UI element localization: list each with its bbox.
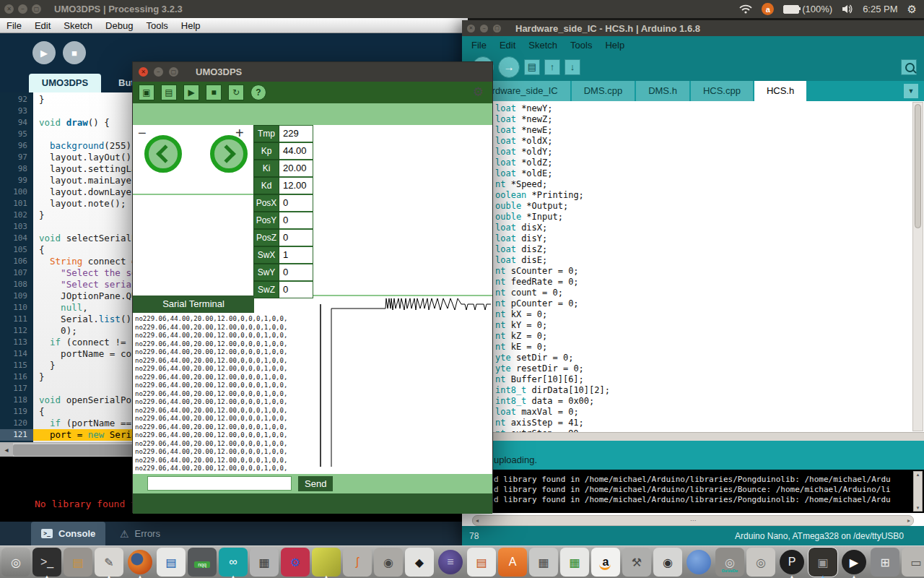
session-gear-icon[interactable]: ⚙	[907, 3, 917, 16]
scroll-thumb[interactable]	[915, 104, 921, 228]
libreoffice-calc-icon[interactable]: ▦	[560, 548, 589, 577]
scroll-grip[interactable]: ⋯	[690, 517, 696, 524]
serial-terminal-log[interactable]: no229.06,44.00,20.00,12.00,0,0,0,1,0,0,n…	[135, 315, 314, 473]
help-icon[interactable]: ?	[250, 85, 266, 100]
software-center-icon[interactable]: A	[498, 548, 527, 577]
audio-player-icon[interactable]: ◉	[653, 548, 682, 577]
tab-hcs.h[interactable]: HCS.h	[754, 81, 806, 101]
chip-ide-icon[interactable]: ▦	[250, 548, 279, 577]
line-number: 108	[0, 279, 33, 290]
eclipse-icon[interactable]: ≡	[436, 548, 465, 577]
workspace-switcher-icon[interactable]: ⊞	[871, 548, 899, 577]
menu-tools[interactable]: Tools	[564, 40, 598, 51]
notepadqq-icon[interactable]: nqq	[188, 548, 217, 577]
arduino-code-editor[interactable]: loat *newY;loat *newZ;loat *newE;loat *o…	[462, 101, 924, 432]
ubuntu-dash-icon[interactable]: ◎	[1, 548, 30, 577]
editor-vscrollbar[interactable]	[912, 102, 923, 431]
cad-gear-icon[interactable]: ⚙	[281, 548, 310, 577]
window-maximize-icon[interactable]: ▢	[32, 4, 41, 14]
open-sketch-button[interactable]: ↑	[544, 59, 560, 75]
run-button[interactable]: ▶	[32, 41, 56, 64]
tab-console[interactable]: >_ Console	[31, 522, 105, 545]
scroll-thumb[interactable]	[13, 444, 150, 456]
prev-button[interactable]	[144, 135, 182, 173]
menu-sketch[interactable]: Sketch	[57, 20, 99, 31]
menu-file[interactable]: File	[465, 40, 493, 51]
printer-icon[interactable]: ▣	[139, 85, 154, 100]
window-close-icon[interactable]: ✕	[139, 67, 148, 77]
serial-monitor-button[interactable]	[901, 59, 917, 75]
wifi-icon[interactable]	[739, 4, 752, 14]
chromium-icon[interactable]	[684, 548, 713, 577]
new-sketch-button[interactable]: ▤	[524, 59, 540, 75]
play-icon[interactable]: ▶	[183, 85, 199, 100]
libreoffice-writer-icon[interactable]: ▤	[157, 548, 186, 577]
geany-icon[interactable]: ▲	[312, 548, 341, 577]
tab-dms.cpp[interactable]: DMS.cpp	[572, 81, 635, 101]
libreoffice-impress-icon[interactable]: ▤	[467, 548, 496, 577]
inkscape-icon[interactable]: ◆	[405, 548, 434, 577]
hard-drive-icon[interactable]: ▭	[902, 548, 924, 577]
file-manager-icon[interactable]: ▤	[64, 548, 92, 577]
stop-button[interactable]: ■	[63, 41, 86, 64]
processing-menubar: FileEditSketchDebugToolsHelp	[0, 18, 468, 33]
menu-sketch[interactable]: Sketch	[522, 40, 564, 51]
next-button[interactable]	[210, 135, 248, 173]
text-editor-icon[interactable]: ✎▲	[95, 548, 123, 577]
document-icon[interactable]: ▤	[161, 85, 177, 100]
serial-command-input[interactable]	[147, 476, 292, 491]
tab-dms.h[interactable]: DMS.h	[636, 81, 689, 101]
window-minimize-icon[interactable]: −	[154, 67, 163, 77]
applet-titlebar[interactable]: ✕ − ▢ UMO3DPS	[133, 62, 492, 82]
menu-help[interactable]: Help	[598, 40, 631, 51]
battery-indicator[interactable]: (100%)	[783, 4, 832, 14]
stop-icon[interactable]: ■	[206, 85, 222, 100]
menu-edit[interactable]: Edit	[493, 40, 522, 51]
arduino-titlebar[interactable]: ✕ − ▢ Hardware_side_IC - HCS.h | Arduino…	[462, 20, 924, 36]
scroll-right-icon[interactable]: ▸	[907, 517, 910, 524]
line-number: 99	[0, 175, 33, 186]
scroll-left-icon[interactable]: ◂	[476, 517, 479, 524]
tab-umo3dps[interactable]: UMO3DPS	[29, 74, 101, 92]
calculator-icon[interactable]: ▦	[529, 548, 558, 577]
input-method-icon[interactable]: a	[762, 3, 774, 15]
window-close-icon[interactable]: ✕	[467, 25, 475, 33]
window-maximize-icon[interactable]: ▢	[169, 67, 178, 77]
window-minimize-icon[interactable]: −	[18, 4, 27, 14]
code-line: loat *newZ;	[462, 114, 924, 125]
tab-dropdown-icon[interactable]: ▼	[904, 84, 918, 98]
menu-debug[interactable]: Debug	[99, 20, 139, 31]
settings-gear-icon[interactable]: ⚙	[473, 85, 484, 100]
gimp-icon[interactable]: ◉	[374, 548, 403, 577]
refresh-icon[interactable]: ↻	[228, 85, 244, 100]
menu-tools[interactable]: Tools	[139, 20, 174, 31]
tab-hcs.cpp[interactable]: HCS.cpp	[691, 81, 753, 101]
tab-errors[interactable]: ⚠ Errors	[110, 522, 170, 545]
send-button[interactable]: Send	[298, 476, 333, 491]
save-sketch-button[interactable]: ↓	[565, 59, 580, 75]
scroll-left-icon[interactable]: ◂	[0, 443, 13, 457]
devede-icon[interactable]: ◎DeVeDe	[715, 548, 744, 577]
menu-file[interactable]: File	[0, 20, 28, 31]
window-minimize-icon[interactable]: −	[480, 25, 488, 33]
menu-edit[interactable]: Edit	[28, 20, 57, 31]
flame-app-icon[interactable]: ʃ	[343, 548, 372, 577]
zoom-out-label[interactable]: −	[138, 125, 147, 142]
window-maximize-icon[interactable]: ▢	[493, 25, 501, 33]
window-close-icon[interactable]: ✕	[4, 4, 14, 14]
amazon-icon[interactable]: a	[591, 548, 620, 577]
firefox-icon[interactable]: ▲	[126, 548, 154, 577]
menu-help[interactable]: Help	[175, 20, 207, 31]
terminal-icon[interactable]: >_▲	[32, 548, 61, 577]
media-player-icon[interactable]: ▶▲	[840, 548, 868, 577]
system-settings-icon[interactable]: ⚒	[622, 548, 651, 577]
processing-icon[interactable]: P▲	[777, 548, 806, 577]
console-hscrollbar[interactable]: ◂ ⋯ ▸	[472, 515, 914, 526]
clock[interactable]: 6:25 PM	[863, 4, 897, 14]
upload-button[interactable]: →	[498, 56, 520, 78]
sketch-window-icon[interactable]: ▣▲	[808, 548, 837, 577]
console-vscrollbar[interactable]: ▲▼	[913, 471, 923, 512]
disc-burner-icon[interactable]: ◎	[746, 548, 775, 577]
volume-icon[interactable]	[842, 4, 853, 14]
arduino-icon[interactable]: ∞▲	[219, 548, 248, 577]
